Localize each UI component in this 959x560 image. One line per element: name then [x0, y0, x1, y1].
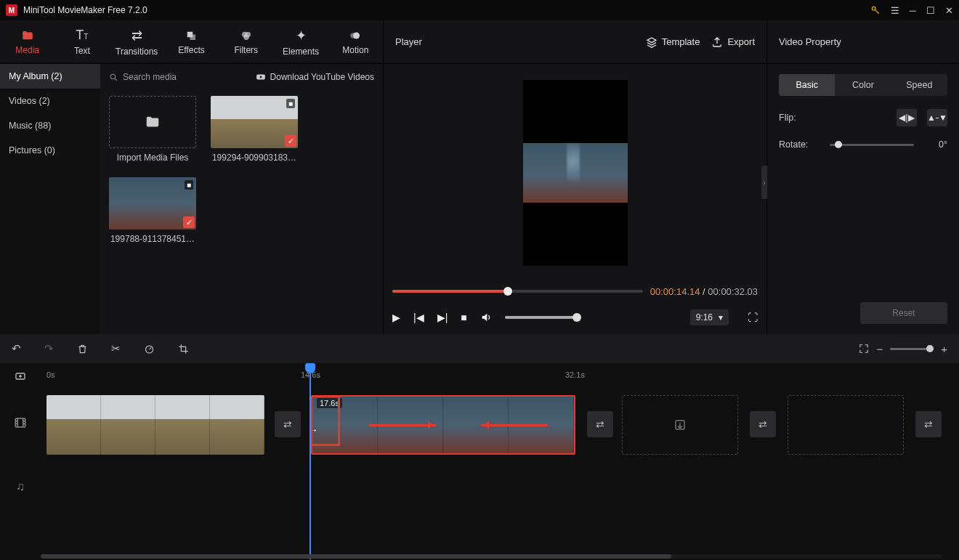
motion-icon: [349, 29, 362, 42]
timeline-ruler[interactable]: 0s 14.6s 32.1s: [0, 363, 959, 389]
preview-canvas[interactable]: [523, 80, 628, 266]
sidebar-item-videos[interactable]: Videos (2): [0, 89, 100, 113]
video-track-icon: [0, 389, 41, 456]
time-display: 00:00:14.14 / 00:00:32.03: [650, 286, 758, 297]
search-input[interactable]: Search media: [109, 72, 248, 82]
delete-button[interactable]: [77, 344, 88, 354]
ruler-mark-0: 0s: [46, 370, 55, 379]
prev-frame-button[interactable]: |◀: [413, 312, 424, 323]
timeline-scrollbar[interactable]: [41, 554, 942, 559]
sidebar-item-music[interactable]: Music (88): [0, 113, 100, 138]
tab-speed[interactable]: Speed: [891, 74, 947, 96]
import-media-tile[interactable]: Import Media Files: [109, 96, 196, 163]
aspect-ratio-select[interactable]: 9:16 ▾: [690, 309, 729, 325]
app-logo-icon: M: [6, 4, 17, 16]
download-youtube-button[interactable]: Download YouTube Videos: [256, 72, 374, 82]
top-tabs: Media TTText ⇄Transitions Effects Filter…: [0, 20, 383, 64]
transition-slot-1[interactable]: ⇄: [275, 411, 301, 437]
sidebar-item-pictures[interactable]: Pictures (0): [0, 138, 100, 163]
speed-button[interactable]: [144, 344, 155, 354]
video-track[interactable]: ⇄ 17.6s ↔ ⇄ ⇄ ⇄: [41, 395, 952, 455]
tab-media[interactable]: Media: [0, 20, 54, 63]
tab-text[interactable]: TTText: [54, 20, 109, 63]
youtube-icon: [256, 72, 266, 82]
tab-filters[interactable]: Filters: [219, 20, 273, 63]
rotate-label: Rotate:: [779, 139, 820, 150]
template-button[interactable]: Template: [646, 36, 700, 48]
media-panel: Media TTText ⇄Transitions Effects Filter…: [0, 20, 384, 334]
menu-icon[interactable]: ☰: [891, 5, 899, 16]
media-tile-2[interactable]: ■ ✓ 199788-911378451…: [109, 177, 196, 244]
tab-transitions[interactable]: ⇄Transitions: [110, 20, 164, 63]
maximize-icon[interactable]: ☐: [926, 5, 935, 16]
reset-button[interactable]: Reset: [860, 302, 947, 324]
next-frame-button[interactable]: ▶|: [437, 312, 448, 323]
upgrade-key-icon[interactable]: [870, 5, 881, 15]
zoom-fit-button[interactable]: [859, 344, 869, 354]
property-title: Video Property: [767, 20, 959, 64]
elements-icon: ✦: [296, 28, 307, 44]
flip-horizontal-button[interactable]: ◀|▶: [897, 109, 917, 126]
volume-icon[interactable]: [480, 312, 492, 323]
close-icon[interactable]: ✕: [945, 5, 953, 16]
title-bar: M MiniTool MovieMaker Free 7.2.0 ☰ ─ ☐ ✕: [0, 0, 959, 20]
ruler-mark-end: 32.1s: [565, 370, 585, 379]
empty-clip-slot-1[interactable]: [622, 395, 738, 455]
trim-annotation-box: [311, 395, 340, 446]
folder-icon: [21, 29, 34, 42]
sidebar-item-myalbum[interactable]: My Album (2): [0, 64, 100, 89]
scrub-slider[interactable]: [392, 290, 643, 293]
zoom-slider[interactable]: [890, 348, 934, 350]
transitions-icon: ⇄: [131, 28, 142, 44]
svg-point-0: [872, 7, 875, 10]
stop-button[interactable]: ■: [461, 312, 466, 323]
crop-button[interactable]: [178, 344, 189, 354]
check-badge-icon: ✓: [183, 216, 195, 228]
play-button[interactable]: ▶: [392, 312, 400, 323]
tab-effects[interactable]: Effects: [164, 20, 219, 63]
rotate-slider[interactable]: [830, 144, 914, 146]
chevron-down-icon: ▾: [719, 312, 723, 322]
zoom-out-button[interactable]: −: [876, 343, 883, 355]
zoom-in-button[interactable]: +: [941, 343, 947, 355]
flip-label: Flip:: [779, 113, 820, 123]
check-badge-icon: ✓: [285, 135, 296, 147]
audio-track-icon: ♫: [0, 456, 41, 517]
tab-basic[interactable]: Basic: [779, 74, 835, 96]
fullscreen-button[interactable]: ⛶: [748, 312, 758, 323]
tab-color[interactable]: Color: [835, 74, 891, 96]
effects-icon: [185, 29, 198, 42]
svg-point-5: [243, 34, 249, 40]
transition-slot-3[interactable]: ⇄: [750, 411, 776, 437]
tab-motion[interactable]: Motion: [328, 20, 383, 63]
svg-point-8: [110, 74, 116, 79]
transition-slot-4[interactable]: ⇄: [915, 411, 942, 437]
undo-button[interactable]: ↶: [12, 342, 21, 355]
clip-1[interactable]: [46, 395, 264, 455]
split-button[interactable]: ✂: [111, 342, 121, 355]
clip-2-selected[interactable]: 17.6s ↔: [311, 395, 575, 455]
rotate-value: 0°: [924, 139, 947, 150]
search-icon: [109, 73, 118, 82]
annotation-arrow-left: [481, 424, 548, 426]
export-button[interactable]: Export: [711, 36, 755, 48]
flip-vertical-button[interactable]: ▲▼: [927, 109, 947, 126]
volume-slider[interactable]: [505, 316, 578, 319]
annotation-arrow-right: [369, 424, 436, 426]
redo-button[interactable]: ↷: [44, 342, 54, 355]
player-title: Player: [395, 36, 634, 47]
empty-clip-slot-2[interactable]: [788, 395, 904, 455]
svg-rect-12: [15, 418, 25, 427]
svg-point-7: [351, 33, 357, 38]
transition-slot-2[interactable]: ⇄: [587, 411, 613, 437]
media-tile-1[interactable]: ■ ✓ 199294-909903183…: [211, 96, 298, 163]
folder-plus-icon: [145, 114, 161, 130]
tab-elements[interactable]: ✦Elements: [273, 20, 328, 63]
video-badge-icon: ■: [185, 180, 193, 190]
add-track-button[interactable]: [0, 363, 41, 389]
resize-cursor-icon: ↔: [311, 424, 318, 436]
collapse-handle[interactable]: ›: [761, 166, 767, 199]
template-icon: [646, 36, 657, 48]
timeline-toolbar: ↶ ↷ ✂ − +: [0, 334, 959, 363]
minimize-icon[interactable]: ─: [910, 5, 916, 16]
